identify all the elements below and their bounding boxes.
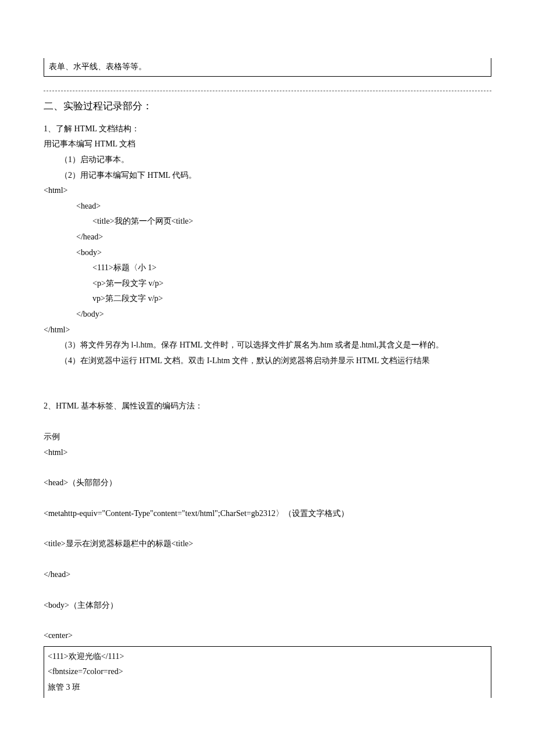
bottom-code-box: <111>欢迎光临</111> <fbntsize=7color=red> 旅管… [44,646,491,698]
code-line: </head> [44,567,491,583]
code-line: </body> [44,307,491,323]
top-fragment-box: 表单、水平线、表格等等。 [44,58,491,77]
code-line: <head> [44,199,491,214]
code-line: </head> [44,230,491,245]
code-line: <title>显示在浏览器标题栏中的标题<title> [44,536,491,552]
code-line: <head>（头部部分） [44,475,491,491]
code-line: <body> [44,245,491,261]
code-line: <body>（主体部分） [44,598,491,614]
code-line: <html> [44,445,491,461]
spacer [44,491,491,506]
code-line: <title>我的第一个网页<title> [44,214,491,230]
s1-step2: （2）用记事本编写如下 HTML 代码。 [44,168,491,184]
example-label: 示例 [44,429,491,445]
spacer [44,368,491,399]
s1-step1: （1）启动记事本。 [44,152,491,168]
s1-step4: （4）在浏览器中运行 HTML 文档。双击 I-Lhtm 文件，默认的浏览器将启… [44,353,491,369]
spacer [44,552,491,567]
code-line: 旅管 3 班 [48,680,487,696]
code-line: <metahttp-equiv="Content-Type"content="t… [44,506,491,522]
top-fragment-text: 表单、水平线、表格等等。 [49,62,147,71]
code-line: <center> [44,628,491,644]
code-line: vp>第二段文字 v/p> [44,291,491,307]
section-heading: 二、实验过程记录部分： [44,97,491,116]
code-line: </html> [44,323,491,338]
code-line: <fbntsize=7color=red> [48,664,487,680]
spacer [44,521,491,536]
code-line: <p>第一段文字 v/p> [44,276,491,292]
spacer [44,414,491,429]
divider [44,91,491,91]
spacer [44,460,491,475]
code-line: <111>欢迎光临</111> [48,649,487,665]
s1-step3: （3）将文件另存为 l-l.htm。保存 HTML 文件时，可以选择文件扩展名为… [44,338,491,353]
code-line: <html> [44,183,491,199]
s1-subtitle: 用记事本编写 HTML 文档 [44,137,491,152]
code-line: <111>标题〈小 1> [44,260,491,276]
spacer [44,583,491,598]
s2-title: 2、HTML 基本标签、属性设置的编码方法： [44,399,491,414]
s1-title: 1、了解 HTML 文档结构： [44,121,491,137]
spacer [44,613,491,628]
